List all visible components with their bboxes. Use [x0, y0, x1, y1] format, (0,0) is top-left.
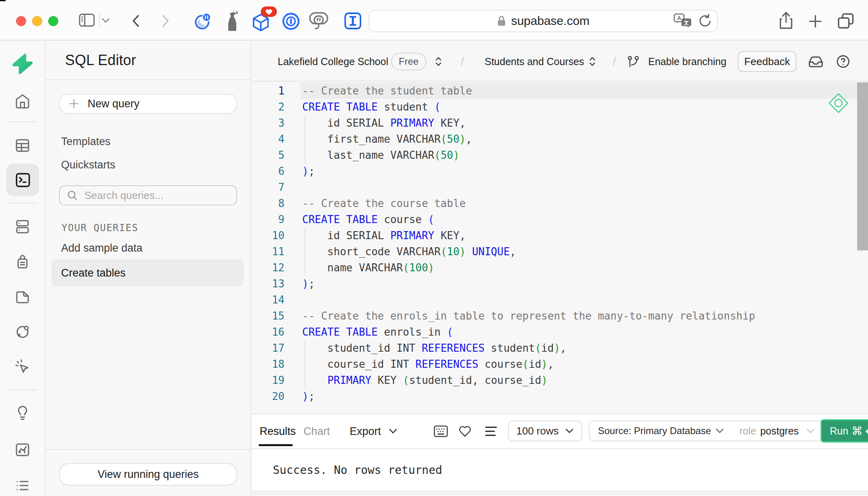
onepassword-icon[interactable] [282, 12, 300, 30]
tab-results[interactable]: Results [260, 414, 296, 448]
line-number: 3 [252, 115, 285, 131]
new-tab-icon[interactable] [809, 14, 822, 28]
rail-divider [8, 121, 37, 122]
line-number: 4 [252, 131, 285, 147]
code-line-14[interactable]: 14 [252, 292, 868, 308]
window-minimize-button[interactable] [32, 16, 42, 26]
source-select[interactable]: Source: Primary Database [589, 420, 731, 441]
sidebar-item-reports[interactable] [0, 439, 45, 461]
sidebar-item-advisors[interactable] [0, 355, 45, 377]
sidebar-item-authentication[interactable] [0, 250, 45, 273]
sidebar-item-sql-editor[interactable] [6, 164, 39, 196]
enter-key-icon: ↵ [865, 424, 868, 438]
code-text: ); [302, 278, 315, 290]
sidebar-item-assistant[interactable] [0, 402, 45, 424]
sidebar-item-logs[interactable] [0, 474, 45, 496]
sidebar-item-table-editor[interactable] [0, 134, 45, 156]
search-icon [67, 190, 78, 201]
toolbar-chevron-down-icon[interactable] [101, 18, 110, 23]
instapaper-icon[interactable] [344, 12, 361, 29]
reload-icon[interactable] [698, 13, 713, 29]
translate-icon[interactable]: A 文 [674, 13, 692, 29]
code-line-19[interactable]: 19 PRIMARY KEY (student_id, course_id) [252, 372, 868, 388]
tab-chart-label: Chart [303, 425, 330, 438]
line-number: 9 [252, 211, 285, 228]
inbox-icon[interactable] [808, 41, 823, 82]
code-text: CREATE TABLE enrols_in ( [302, 326, 453, 338]
window-close-button[interactable] [16, 16, 26, 26]
code-line-18[interactable]: 18 course_id INT REFERENCES course(id), [252, 356, 868, 372]
sidebar-link-quickstarts[interactable]: Quickstarts [61, 159, 115, 171]
rows-limit-select[interactable]: 100 rows [508, 420, 582, 441]
code-line-9[interactable]: 9CREATE TABLE course ( [252, 211, 868, 228]
breadcrumb-org[interactable]: Lakefield College School [278, 41, 388, 82]
code-text: PRIMARY KEY (student_id, course_id) [302, 374, 548, 386]
supabase-logo[interactable] [0, 53, 45, 75]
sidebar-item-database[interactable] [0, 215, 45, 238]
code-line-5[interactable]: 5 last_name VARCHAR(50) [252, 147, 868, 163]
code-line-4[interactable]: 4 first_name VARCHAR(50), [252, 131, 868, 147]
project-switcher-chevrons-icon[interactable] [587, 41, 598, 82]
format-lines-icon[interactable] [485, 414, 497, 448]
back-icon[interactable] [130, 14, 142, 28]
code-line-16[interactable]: 16CREATE TABLE enrols_in ( [252, 324, 868, 340]
code-line-8[interactable]: 8-- Create the course table [252, 195, 868, 211]
role-value: postgres [760, 425, 799, 437]
share-icon[interactable] [778, 12, 794, 30]
results-output: Success. No rows returned [252, 449, 868, 491]
code-line-2[interactable]: 2CREATE TABLE student ( [252, 99, 868, 115]
sidebar-toggle-icon[interactable] [78, 13, 95, 28]
search-queries-input[interactable] [84, 189, 228, 202]
run-button[interactable]: Run ⌘ ↵ [821, 419, 868, 443]
forward-icon[interactable] [159, 14, 171, 28]
line-number: 1 [252, 83, 285, 99]
page-title: SQL Editor [65, 52, 136, 69]
query-item-create-tables[interactable]: Create tables [51, 259, 244, 287]
chevron-down-icon [715, 428, 724, 434]
help-circle-icon[interactable] [836, 41, 850, 82]
code-line-13[interactable]: 13); [252, 276, 868, 292]
role-select[interactable]: role postgres [731, 420, 821, 441]
code-line-15[interactable]: 15-- Create the enrols_in table to repre… [252, 308, 868, 324]
code-line-6[interactable]: 6); [252, 163, 868, 179]
sidebar-item-storage[interactable] [0, 285, 45, 307]
view-running-queries-button[interactable]: View running queries [59, 463, 237, 486]
feedback-button[interactable]: Feedback [738, 51, 796, 72]
spray-bottle-icon[interactable] [225, 10, 240, 32]
code-line-17[interactable]: 17 student_id INT REFERENCES student(id)… [252, 340, 868, 356]
code-text: last_name VARCHAR(50) [302, 149, 459, 161]
code-line-1[interactable]: 1-- Create the student table [252, 83, 868, 99]
code-line-20[interactable]: 20); [252, 388, 868, 404]
code-text: ); [302, 165, 315, 177]
window-zoom-button[interactable] [48, 16, 58, 26]
keyboard-shortcuts-icon[interactable] [434, 414, 448, 448]
enable-branching-button[interactable]: Enable branching [648, 41, 727, 82]
code-editor[interactable]: 1-- Create the student table2CREATE TABL… [252, 82, 868, 414]
run-label: Run [830, 425, 848, 437]
ai-assistant-icon[interactable] [828, 92, 849, 114]
code-line-11[interactable]: 11 short_code VARCHAR(10) UNIQUE, [252, 244, 868, 260]
sidebar-item-realtime[interactable] [0, 320, 45, 342]
code-line-12[interactable]: 12 name VARCHAR(100) [252, 260, 868, 276]
sidebar-item-home[interactable] [0, 90, 45, 112]
elephant-icon[interactable] [309, 12, 328, 31]
sidebar-link-templates[interactable]: Templates [61, 135, 111, 148]
code-line-7[interactable]: 7 [252, 179, 868, 195]
line-number: 14 [252, 292, 285, 308]
package-cube-heart-icon[interactable] [252, 6, 278, 32]
address-bar[interactable]: supabase.com A 文 [368, 10, 718, 32]
run-shortcut: ⌘ ↵ [852, 424, 868, 438]
query-item-add-sample-data[interactable]: Add sample data [61, 242, 143, 254]
code-line-3[interactable]: 3 id SERIAL PRIMARY KEY, [252, 115, 868, 131]
line-number: 20 [252, 388, 285, 404]
new-query-button[interactable]: New query [59, 94, 237, 114]
favorite-heart-icon[interactable] [459, 414, 471, 448]
export-button[interactable]: Export [350, 414, 398, 448]
code-line-10[interactable]: 10 id SERIAL PRIMARY KEY, [252, 228, 868, 244]
editor-scrollbar[interactable] [857, 82, 868, 250]
tab-overview-icon[interactable] [837, 12, 855, 29]
tab-chart[interactable]: Chart [303, 414, 330, 448]
breadcrumb-project[interactable]: Students and Courses [485, 41, 584, 82]
screen-dimmer-icon[interactable] [194, 12, 212, 30]
org-switcher-chevrons-icon[interactable] [433, 41, 444, 82]
